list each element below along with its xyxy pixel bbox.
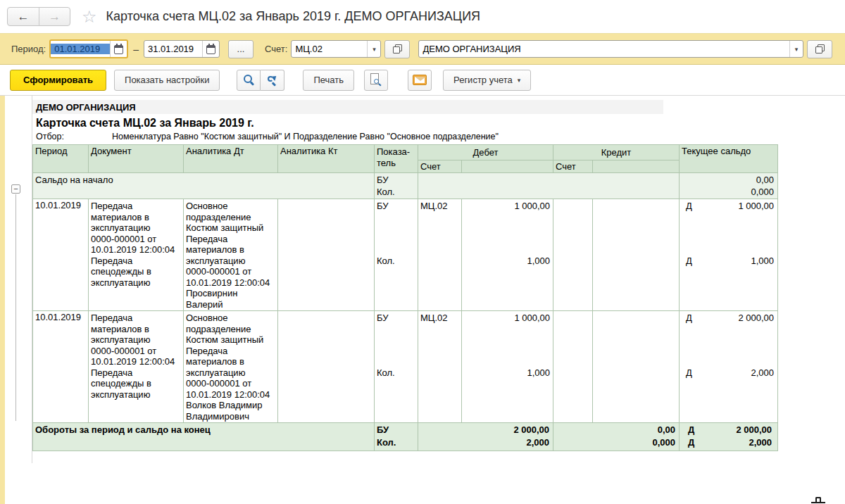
collapse-group-button[interactable]: − [11, 184, 20, 194]
header-credit[interactable]: Кредит [553, 145, 680, 160]
forward-button[interactable]: → [39, 8, 70, 25]
print-button-label: Печать [313, 75, 344, 85]
cell-analytics-dt[interactable]: Основное подразделение Костюм защитный П… [184, 311, 278, 423]
table-row: 10.01.2019 Передача материалов в эксплуа… [33, 199, 778, 311]
cell-analytics-kt[interactable] [278, 311, 375, 423]
toolbar: Сформировать Показать настройки Печать Р… [0, 65, 845, 95]
header-analytics-dt[interactable]: Аналитика Дт [184, 145, 278, 173]
organization-dropdown-arrow[interactable]: ▾ [789, 41, 803, 57]
header-debit-account[interactable]: Счет [418, 160, 462, 173]
cell-credit-account[interactable] [553, 311, 593, 423]
generate-button[interactable]: Сформировать [10, 70, 106, 91]
period-from-field[interactable]: 01.01.2019 [49, 39, 128, 58]
envelope-icon [413, 75, 427, 85]
totals-balance-cell[interactable]: Д2 000,00 Д2,000 [680, 423, 778, 451]
cell-document[interactable]: Передача материалов в эксплуатацию 0000-… [89, 199, 184, 311]
cell-indicator[interactable]: БУ Кол. [375, 311, 418, 423]
cell-analytics-dt[interactable]: Основное подразделение Костюм защитный П… [184, 199, 278, 311]
organization-open-button[interactable] [807, 40, 832, 58]
more-button-label: ... [237, 44, 245, 54]
favorite-star-icon[interactable]: ☆ [82, 8, 97, 25]
period-dash: – [133, 44, 139, 55]
cell-debit-amount[interactable]: 1 000,00 1,000 [462, 311, 553, 423]
selection-value: Номенклатура Равно "Костюм защитный" И П… [112, 132, 499, 141]
selection-row: Отбор: Номенклатура Равно "Костюм защитн… [36, 132, 845, 141]
register-menu-button[interactable]: Регистр учета ▾ [443, 70, 531, 91]
cell-document[interactable]: Передача материалов в эксплуатацию 0000-… [89, 311, 184, 423]
calendar-icon [206, 45, 215, 54]
account-label: Счет: [265, 44, 287, 54]
report-organization: ДЕМО ОРГАНИЗАЦИЯ [32, 102, 136, 113]
print-button[interactable]: Печать [303, 70, 354, 91]
chevron-down-icon: ▾ [518, 77, 521, 84]
cell-period[interactable]: 10.01.2019 [33, 311, 89, 423]
opening-balance-cell[interactable]: 0,00 0,000 [680, 173, 778, 199]
cell-balance[interactable]: Д2 000,00 Д2,000 [680, 311, 778, 423]
cell-period[interactable]: 10.01.2019 [33, 199, 89, 311]
left-accent-strip [0, 96, 5, 504]
nav-button-group: ← → [7, 7, 70, 26]
search-refresh-button[interactable] [261, 70, 284, 91]
account-field[interactable]: МЦ.02 ▾ [291, 40, 381, 58]
cell-debit-account[interactable]: МЦ.02 [418, 199, 462, 311]
cell-credit-amount[interactable] [593, 199, 680, 311]
generate-button-label: Сформировать [23, 75, 93, 85]
back-button[interactable]: ← [8, 8, 39, 25]
search-refresh-icon [266, 74, 279, 87]
organization-field[interactable]: ДЕМО ОРГАНИЗАЦИЯ ▾ [418, 40, 803, 58]
search-icon [243, 74, 255, 86]
period-to-calendar-button[interactable] [202, 41, 219, 57]
header-debit-amount[interactable] [462, 160, 553, 173]
header-analytics-kt[interactable]: Аналитика Кт [278, 145, 375, 173]
back-arrow-icon: ← [18, 10, 30, 24]
totals-debit-cell[interactable]: 2 000,00 2,000 [418, 423, 553, 451]
totals-row: Обороты за период и сальдо на конец БУ К… [33, 423, 778, 451]
report-area: − ДЕМО ОРГАНИЗАЦИЯ Карточка счета МЦ.02 … [0, 95, 845, 504]
report-title[interactable]: Карточка счета МЦ.02 за Январь 2019 г. [36, 117, 845, 130]
header-indicator[interactable]: Показа- тель [375, 145, 418, 173]
totals-indicator-cell[interactable]: БУ Кол. [375, 423, 418, 451]
cell-balance[interactable]: Д1 000,00 Д1,000 [680, 199, 778, 311]
totals-credit-cell[interactable]: 0,00 0,000 [553, 423, 680, 451]
selection-label: Отбор: [36, 132, 112, 141]
period-more-button[interactable]: ... [228, 40, 254, 58]
show-settings-button[interactable]: Показать настройки [114, 70, 220, 91]
grouping-gutter: − [5, 96, 32, 463]
register-button-label: Регистр учета [453, 75, 513, 85]
totals-label-cell[interactable]: Обороты за период и сальдо на конец [33, 423, 375, 451]
cursor-artifact [811, 495, 825, 503]
forward-arrow-icon: → [49, 10, 61, 24]
organization-value[interactable]: ДЕМО ОРГАНИЗАЦИЯ [419, 44, 789, 54]
header-period[interactable]: Период [33, 145, 89, 173]
opening-label-cell[interactable]: Сальдо на начало [33, 173, 375, 199]
header-credit-account[interactable]: Счет [553, 160, 593, 173]
account-dropdown-arrow[interactable]: ▾ [367, 41, 380, 57]
calendar-icon [114, 45, 123, 54]
cell-credit-account[interactable] [553, 199, 593, 311]
table-row: 10.01.2019 Передача материалов в эксплуа… [33, 311, 778, 423]
period-from-calendar-button[interactable] [110, 41, 127, 57]
cell-analytics-kt[interactable] [278, 199, 375, 311]
open-form-icon [815, 44, 825, 53]
period-from-value[interactable]: 01.01.2019 [51, 44, 110, 54]
header-debit[interactable]: Дебет [418, 145, 553, 160]
opening-turnover-cell[interactable] [418, 173, 680, 199]
period-to-value[interactable]: 31.01.2019 [144, 44, 202, 54]
opening-indicator-cell[interactable]: БУ Кол. [375, 173, 418, 199]
search-button[interactable] [237, 70, 261, 91]
cell-indicator[interactable]: БУ Кол. [375, 199, 418, 311]
cell-debit-amount[interactable]: 1 000,00 1,000 [462, 199, 553, 311]
show-settings-label: Показать настройки [125, 75, 209, 85]
period-to-field[interactable]: 31.01.2019 [144, 40, 220, 58]
cell-debit-account[interactable]: МЦ.02 [418, 311, 462, 423]
header-document[interactable]: Документ [89, 145, 184, 173]
account-open-button[interactable] [384, 40, 410, 58]
email-button[interactable] [408, 70, 432, 91]
header-credit-amount[interactable] [593, 160, 680, 173]
cell-credit-amount[interactable] [593, 311, 680, 423]
print-preview-button[interactable] [364, 70, 388, 91]
header-current-balance[interactable]: Текущее сальдо [680, 145, 778, 173]
report-organization-band[interactable]: ДЕМО ОРГАНИЗАЦИЯ [32, 100, 663, 114]
page-title: Карточка счета МЦ.02 за Январь 2019 г. Д… [106, 9, 481, 24]
account-value[interactable]: МЦ.02 [292, 44, 367, 54]
